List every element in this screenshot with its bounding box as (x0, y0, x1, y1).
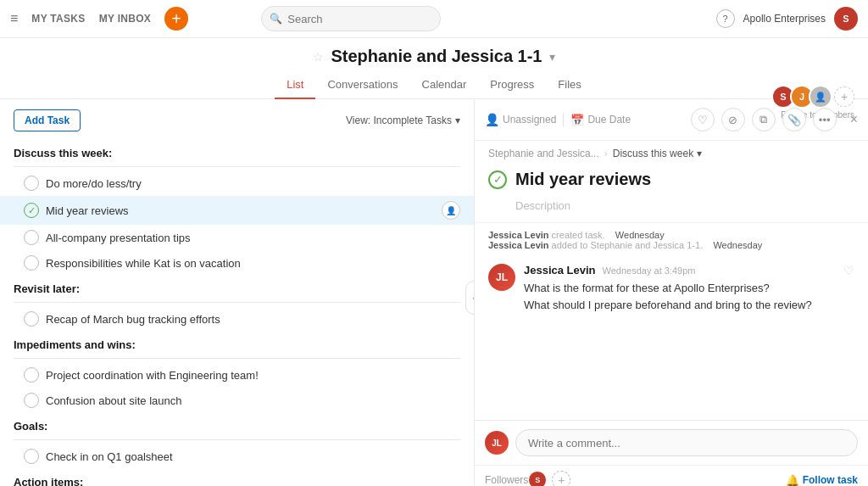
comment-body: Jessica Levin Wednesday at 3:49pm What i… (524, 264, 835, 313)
nav-tab-mytasks[interactable]: MY TASKS (31, 13, 85, 25)
task-name: Project coordination with Engineering te… (46, 369, 460, 382)
task-checkbox[interactable] (24, 393, 39, 408)
due-date-field[interactable]: 📅 Due Date (570, 114, 631, 126)
tab-list[interactable]: List (275, 73, 315, 99)
task-checkbox[interactable] (24, 230, 39, 245)
task-checkbox[interactable] (24, 311, 39, 327)
task-checkbox[interactable] (24, 449, 39, 464)
company-name: Apollo Enterprises (743, 13, 826, 25)
help-button[interactable]: ? (716, 9, 735, 28)
task-checkbox[interactable] (24, 255, 39, 271)
assign-button[interactable]: 👤 (442, 201, 460, 220)
activity-line1: Jessica Levin created task. Wednesday (488, 230, 854, 240)
assignee-field[interactable]: 👤 Unassigned (485, 113, 556, 126)
more-button[interactable]: ••• (813, 108, 837, 131)
task-detail-title: Mid year reviews (515, 170, 651, 189)
followers-row: Followers S + 🔔 Follow task (475, 465, 868, 486)
section-action-items: Action items: (0, 469, 474, 486)
task-checkbox[interactable] (24, 367, 39, 383)
table-row[interactable]: ⠿ ✓ Mid year reviews 👤 (0, 196, 474, 225)
tab-conversations[interactable]: Conversations (315, 73, 409, 99)
main-content: Add Task View: Incomplete Tasks ▾ Discus… (0, 99, 868, 486)
close-button[interactable]: × (850, 112, 858, 127)
comment-time: Wednesday at 3:49pm (603, 265, 696, 276)
task-name: All-company presentation tips (46, 232, 460, 244)
tag-button[interactable]: ⊘ (721, 108, 745, 131)
like-button[interactable]: ♡ (691, 108, 715, 131)
page-tabs: List Conversations Calendar Progress Fil… (0, 73, 868, 98)
top-nav: ≡ MY TASKS MY INBOX + 🔍 ? Apollo Enterpr… (0, 0, 868, 38)
breadcrumb: Stephanie and Jessica... › Discuss this … (475, 141, 868, 166)
star-icon[interactable]: ☆ (313, 50, 324, 64)
menu-icon[interactable]: ≡ (10, 11, 18, 26)
right-panel: 👤 Unassigned 📅 Due Date ♡ ⊘ ⧉ 📎 ••• × St… (475, 99, 868, 486)
search-wrap: 🔍 (261, 6, 583, 31)
table-row[interactable]: ⠿ All-company presentation tips (0, 225, 474, 250)
comment-author: Jessica Levin (524, 264, 596, 277)
comment-avatar: JL (488, 264, 515, 291)
task-checkbox[interactable] (24, 176, 39, 191)
user-avatar[interactable]: S (834, 7, 858, 31)
table-row[interactable]: ⠿ Recap of March bug tracking efforts (0, 306, 474, 332)
page-header: ☆ Stephanie and Jessica 1-1 ▾ S J 👤 + Pr… (0, 38, 868, 99)
person-icon: 👤 (485, 113, 499, 126)
task-complete-button[interactable]: ✓ (488, 170, 507, 189)
task-detail-title-row: ✓ Mid year reviews (475, 166, 868, 196)
tab-progress[interactable]: Progress (478, 73, 546, 99)
table-row[interactable]: ⠿ Project coordination with Engineering … (0, 362, 474, 388)
comment-item: JL Jessica Levin Wednesday at 3:49pm Wha… (488, 257, 854, 320)
tab-files[interactable]: Files (546, 73, 593, 99)
collapse-panel-button[interactable]: ‹ (465, 281, 475, 315)
follower-avatar: S (528, 471, 547, 486)
add-button[interactable]: + (164, 7, 188, 31)
task-name: Do more/do less/try (46, 177, 460, 190)
task-name: Recap of March bug tracking efforts (46, 313, 460, 326)
toolbar-divider (563, 113, 564, 126)
section-goals: Goals: (0, 413, 474, 436)
title-caret[interactable]: ▾ (549, 50, 555, 64)
section-impediments: Impediments and wins: (0, 332, 474, 355)
add-task-button[interactable]: Add Task (14, 109, 81, 131)
breadcrumb-separator: › (604, 148, 608, 159)
breadcrumb-caret-icon: ▾ (697, 148, 702, 159)
follow-task-button[interactable]: 🔔 Follow task (786, 474, 858, 487)
section-discuss: Discuss this week: (0, 140, 474, 163)
left-panel-header: Add Task View: Incomplete Tasks ▾ (0, 109, 474, 140)
nav-right: ? Apollo Enterprises S (716, 7, 858, 31)
table-row[interactable]: ⠿ Responsibilities while Kat is on vacat… (0, 250, 474, 276)
attachment-button[interactable]: 📎 (782, 108, 806, 131)
activity-section: Jessica Levin created task. Wednesday Je… (475, 223, 868, 420)
search-icon: 🔍 (270, 13, 282, 25)
view-filter-caret: ▾ (455, 115, 460, 126)
task-checkbox[interactable]: ✓ (24, 203, 39, 218)
activity-line2: Jessica Levin added to Stephanie and Jes… (488, 240, 854, 250)
description-area[interactable]: Description (475, 196, 868, 223)
copy-button[interactable]: ⧉ (752, 108, 776, 131)
page-title-row: ☆ Stephanie and Jessica 1-1 ▾ (0, 47, 868, 66)
breadcrumb-parent[interactable]: Stephanie and Jessica... (488, 148, 599, 159)
calendar-icon: 📅 (570, 114, 584, 126)
task-name: Responsibilities while Kat is on vacatio… (46, 257, 460, 270)
followers-label: Followers (485, 474, 528, 486)
bell-icon: 🔔 (786, 474, 799, 487)
activity-meta: Jessica Levin created task. Wednesday Je… (488, 230, 854, 250)
search-input[interactable] (261, 6, 441, 31)
like-comment-button[interactable]: ♡ (843, 264, 854, 313)
table-row[interactable]: ⠿ Do more/do less/try (0, 170, 474, 196)
comment-text: What is the format for these at Apollo E… (524, 280, 835, 313)
comment-input[interactable] (515, 429, 858, 456)
table-row[interactable]: ⠿ Check in on Q1 goalsheet (0, 444, 474, 469)
task-name: Confusion about site launch (46, 394, 460, 407)
nav-tab-myinbox[interactable]: MY INBOX (99, 13, 152, 25)
task-name: Check in on Q1 goalsheet (46, 450, 460, 463)
tab-calendar[interactable]: Calendar (410, 73, 479, 99)
task-toolbar: 👤 Unassigned 📅 Due Date ♡ ⊘ ⧉ 📎 ••• × (475, 99, 868, 141)
table-row[interactable]: ⠿ Confusion about site launch (0, 388, 474, 413)
left-panel: Add Task View: Incomplete Tasks ▾ Discus… (0, 99, 475, 486)
add-follower-button[interactable]: + (552, 471, 570, 486)
breadcrumb-current[interactable]: Discuss this week ▾ (613, 148, 702, 159)
section-revisit: Revisit later: (0, 276, 474, 299)
page-title: Stephanie and Jessica 1-1 (331, 47, 542, 66)
view-filter[interactable]: View: Incomplete Tasks ▾ (346, 115, 460, 126)
comment-input-row: JL (475, 420, 868, 465)
